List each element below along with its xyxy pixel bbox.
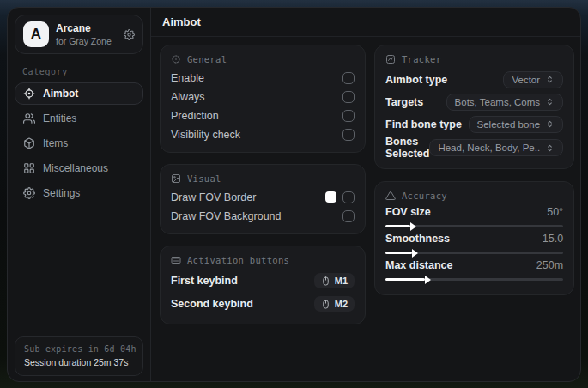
slider-label: Max distance: [385, 259, 453, 271]
slider-label: FOV size: [385, 206, 431, 218]
visual-card-header: Visual: [171, 173, 355, 184]
setting-row: Aimbot type Vector: [385, 69, 563, 90]
max-distance-group: Max distance 250m: [385, 259, 563, 281]
sidebar-item-aimbot[interactable]: Aimbot: [15, 82, 143, 105]
mouse-icon: [321, 300, 330, 309]
main-header: Aimbot: [151, 8, 580, 37]
setting-label: Draw FOV Background: [171, 210, 282, 222]
setting-label: Aimbot type: [385, 74, 447, 86]
app-subtitle: for Gray Zone: [56, 36, 112, 46]
gear-icon: [23, 187, 35, 199]
sidebar-item-items[interactable]: Items: [15, 132, 143, 155]
visual-card: Visual Draw FOV Border Draw FOV Backgrou…: [160, 164, 366, 234]
setting-row: Second keybind M2: [171, 293, 355, 315]
first-keybind-button[interactable]: M1: [314, 273, 355, 288]
left-column: General Enable Always Prediction: [160, 45, 366, 324]
section-title: Activation buttons: [187, 255, 289, 265]
setting-row: Targets Bots, Teams, Coms: [385, 91, 563, 112]
sidebar-item-label: Aimbot: [43, 88, 78, 100]
general-card-header: General: [171, 54, 355, 64]
slider-fill: [385, 225, 410, 227]
setting-row: Visibility check: [171, 125, 355, 143]
max-distance-slider[interactable]: [385, 278, 563, 281]
setting-label: Draw FOV Border: [171, 191, 256, 203]
always-checkbox[interactable]: [342, 91, 355, 103]
setting-label: Find bone type: [385, 118, 462, 130]
sub-expiry-text: Sub expires in 6d 04h: [24, 344, 134, 354]
users-icon: [23, 112, 35, 124]
accuracy-card-header: Accuracy: [385, 191, 563, 201]
fov-size-slider[interactable]: [385, 225, 563, 227]
aimbot-type-select[interactable]: Vector: [503, 71, 563, 88]
gear-icon[interactable]: [124, 29, 135, 40]
setting-label: Always: [171, 91, 205, 103]
chevron-up-down-icon: [545, 119, 555, 129]
chevron-up-down-icon: [545, 75, 555, 84]
sidebar-item-label: Entities: [43, 112, 76, 124]
setting-row: Find bone type Selected bone: [385, 113, 563, 135]
setting-label: Prediction: [171, 110, 219, 122]
chevron-up-down-icon: [545, 97, 555, 106]
logo-card: A Arcane for Gray Zone: [15, 15, 143, 54]
find-bone-type-select[interactable]: Selected bone: [469, 116, 564, 133]
setting-label: Visibility check: [171, 129, 240, 141]
tracker-card: Tracker Aimbot type Vector Targets: [374, 45, 574, 169]
fov-border-checkbox[interactable]: [342, 191, 355, 203]
keyboard-icon: [171, 255, 181, 265]
select-value: Vector: [512, 75, 540, 85]
activation-card-header: Activation buttons: [171, 255, 355, 265]
setting-row: Always: [171, 88, 355, 106]
visibility-check-checkbox[interactable]: [342, 129, 355, 141]
image-icon: [171, 173, 181, 184]
activation-card: Activation buttons First keybind M1 Seco…: [160, 246, 366, 324]
select-value: Head, Neck, Body, Pe..: [438, 142, 540, 153]
app-name: Arcane: [56, 22, 112, 34]
setting-row: Draw FOV Border: [171, 188, 355, 206]
sidebar-item-label: Items: [43, 137, 68, 149]
main-area: Aimbot General Enable: [151, 8, 580, 381]
app-logo-initial: A: [31, 26, 41, 43]
session-duration-text: Session duration 25m 37s: [24, 357, 134, 367]
setting-label: Second keybind: [171, 298, 253, 310]
keybind-value: M2: [335, 299, 348, 309]
setting-row: Bones Selected Head, Neck, Body, Pe..: [385, 136, 563, 160]
select-value: Selected bone: [477, 119, 541, 130]
setting-row: Draw FOV Background: [171, 207, 355, 225]
fov-background-checkbox[interactable]: [342, 210, 355, 222]
triangle-icon: [385, 191, 396, 201]
fov-border-color-swatch[interactable]: [325, 191, 336, 203]
enable-checkbox[interactable]: [342, 72, 355, 84]
sidebar-item-label: Settings: [43, 187, 80, 199]
section-title: General: [187, 54, 227, 64]
slider-fill: [385, 278, 425, 281]
setting-label: Bones Selected: [385, 136, 429, 160]
app-logo: A: [23, 21, 49, 47]
setting-row: First keybind M1: [171, 270, 355, 292]
tracker-card-header: Tracker: [385, 54, 563, 64]
slider-value: 250m: [536, 259, 563, 271]
app-window: A Arcane for Gray Zone Category Aimbot: [7, 7, 581, 382]
slider-value: 15.0: [543, 233, 563, 245]
prediction-checkbox[interactable]: [342, 110, 355, 122]
smoothness-slider[interactable]: [385, 252, 563, 254]
general-card: General Enable Always Prediction: [160, 45, 366, 153]
slider-value: 50°: [547, 206, 563, 218]
setting-row: Enable: [171, 69, 355, 87]
game-background: A Arcane for Gray Zone Category Aimbot: [0, 0, 588, 388]
page-title: Aimbot: [162, 15, 201, 28]
bones-selected-select[interactable]: Head, Neck, Body, Pe..: [429, 139, 563, 156]
second-keybind-button[interactable]: M2: [314, 296, 355, 312]
sidebar-nav: Aimbot Entities Items: [15, 82, 143, 204]
sidebar-item-label: Miscellaneous: [43, 162, 108, 174]
sidebar-item-entities[interactable]: Entities: [15, 107, 143, 130]
sidebar-item-settings[interactable]: Settings: [15, 182, 143, 204]
section-title: Visual: [187, 173, 221, 184]
targets-select[interactable]: Bots, Teams, Coms: [446, 94, 564, 111]
fov-size-group: FOV size 50°: [385, 206, 563, 227]
chevron-up-down-icon: [545, 143, 555, 153]
setting-label: Targets: [385, 96, 423, 108]
package-icon: [23, 137, 35, 149]
sidebar-item-miscellaneous[interactable]: Miscellaneous: [15, 157, 143, 179]
sidebar: A Arcane for Gray Zone Category Aimbot: [8, 8, 151, 381]
keybind-value: M1: [335, 276, 348, 286]
